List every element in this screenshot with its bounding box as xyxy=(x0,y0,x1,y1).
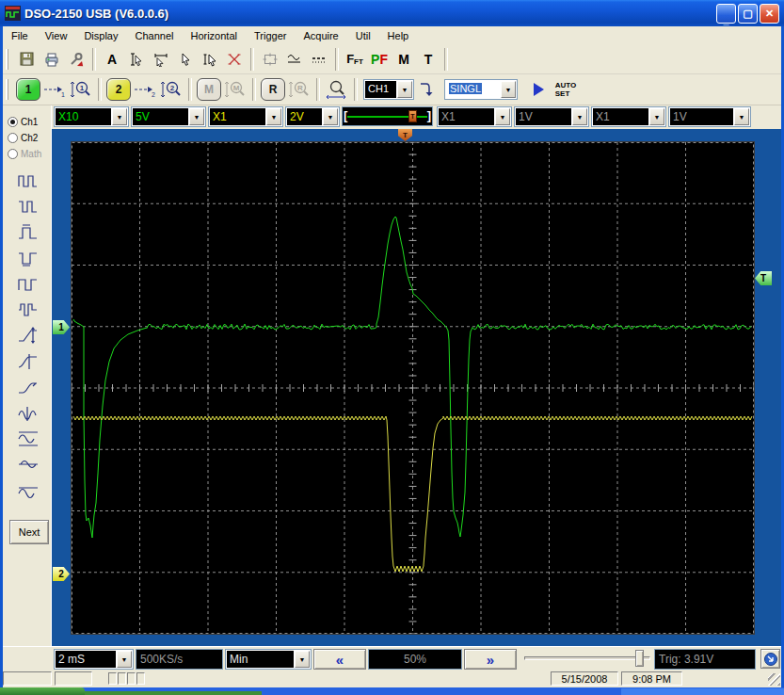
measure-neg-pulse-button[interactable] xyxy=(14,247,42,269)
trigger-position-slider[interactable]: [ ] T xyxy=(342,106,433,126)
radio-icon[interactable] xyxy=(8,117,18,127)
close-button[interactable]: ✕ xyxy=(760,4,779,24)
trigger-position-thumb[interactable]: T xyxy=(408,110,417,122)
menu-horizontal[interactable]: Horizontal xyxy=(182,28,246,43)
chevron-down-icon[interactable]: ▼ xyxy=(266,108,281,125)
scope-plot xyxy=(72,142,754,634)
measure-mean-button[interactable] xyxy=(14,453,42,476)
ch1-level-marker[interactable]: 1 xyxy=(53,320,70,334)
math-icon: M xyxy=(398,52,409,67)
text-note-button[interactable]: T xyxy=(417,47,440,72)
math-button[interactable]: M xyxy=(392,47,415,72)
trigger-horizontal-marker[interactable]: T xyxy=(398,129,412,141)
measure-burst-button[interactable] xyxy=(14,299,42,321)
ch2-vzoom-button[interactable]: 2 xyxy=(159,77,184,102)
mean-icon xyxy=(17,455,40,474)
cursor-vertical-button[interactable] xyxy=(125,47,148,72)
ch2-enable-button[interactable]: 2 xyxy=(106,78,131,101)
measure-peak-to-peak-button[interactable] xyxy=(14,428,42,450)
chevron-down-icon[interactable]: ▼ xyxy=(397,81,412,98)
horizontal-position-readout: 50% xyxy=(368,649,462,670)
position-slider-track[interactable] xyxy=(524,656,650,660)
ch2-volts-div-combo[interactable]: 2V▼ xyxy=(285,106,340,127)
timebase-combo[interactable]: 2 mS ▼ xyxy=(54,649,134,670)
run-button[interactable] xyxy=(527,77,550,102)
pass-fail-button[interactable]: PF xyxy=(368,47,391,72)
dotted-line-button[interactable] xyxy=(308,47,330,72)
measure-slew-rate-button[interactable] xyxy=(14,376,42,398)
ch2-attenuation-combo[interactable]: X1▼ xyxy=(208,106,283,127)
measure-rise-time-button[interactable] xyxy=(14,324,42,347)
print-setup-button[interactable] xyxy=(65,47,88,72)
autoset-button[interactable]: AUTOSET xyxy=(554,77,577,102)
clear-cursors-button[interactable] xyxy=(223,47,246,72)
toolbar-grip[interactable] xyxy=(6,49,10,70)
timebase-dropdown-button[interactable]: ▼ xyxy=(117,651,132,668)
radio-label: Ch2 xyxy=(21,133,38,143)
horizontal-zoom-button[interactable] xyxy=(325,77,349,102)
scroll-right-button[interactable]: » xyxy=(464,649,517,670)
channel-radio-ch2[interactable]: Ch2 xyxy=(8,131,38,144)
radio-icon[interactable] xyxy=(8,133,18,143)
measure-pulse-train-button[interactable] xyxy=(14,170,42,192)
minimize-button[interactable]: _ xyxy=(716,4,736,24)
ref-vzoom-button: R xyxy=(287,77,312,102)
toolbar-separator xyxy=(316,78,320,101)
trigger-mode-combo[interactable]: SINGL▼ xyxy=(444,79,518,100)
ch1-position-button[interactable]: 1 xyxy=(42,77,67,102)
toolbar-grip[interactable] xyxy=(6,79,10,100)
resize-grip[interactable] xyxy=(768,673,780,686)
menu-acquire[interactable]: Acquire xyxy=(295,28,346,43)
measure-duty-cycle-button[interactable] xyxy=(14,273,42,296)
menu-channel[interactable]: Channel xyxy=(126,28,182,43)
svg-text:1: 1 xyxy=(61,91,65,98)
grid-frame-button[interactable] xyxy=(259,47,281,72)
menu-trigger[interactable]: Trigger xyxy=(246,28,295,43)
measure-fall-time-button[interactable] xyxy=(14,350,42,373)
save-button[interactable] xyxy=(16,47,39,72)
ch1-vzoom-button[interactable]: 1 xyxy=(69,77,93,102)
chevron-down-icon[interactable]: ▼ xyxy=(323,108,338,125)
next-page-button[interactable]: Next xyxy=(9,520,49,544)
waveform-display-icon xyxy=(287,52,302,67)
menu-view[interactable]: View xyxy=(37,28,76,43)
menu-util[interactable]: Util xyxy=(347,28,379,43)
position-slider-thumb[interactable] xyxy=(635,650,644,667)
main-toolbar: AFFTPFMT xyxy=(3,44,781,74)
interpolation-combo[interactable]: Min ▼ xyxy=(225,649,312,670)
cursor-trace-button[interactable] xyxy=(199,47,221,72)
ch1-volts-div-combo[interactable]: 5V▼ xyxy=(131,106,206,127)
menu-display[interactable]: Display xyxy=(75,28,126,43)
ch1-enable-button[interactable]: 1 xyxy=(16,78,40,101)
ch2-position-button[interactable]: 2 xyxy=(133,77,157,102)
cursor-arrow-button[interactable] xyxy=(174,47,197,72)
menu-file[interactable]: File xyxy=(3,28,37,43)
chevron-down-icon[interactable]: ▼ xyxy=(112,108,127,125)
annotate-text-button[interactable]: A xyxy=(101,47,123,72)
trigger-slope-button[interactable] xyxy=(417,77,441,102)
chevron-down-icon[interactable]: ▼ xyxy=(189,108,204,125)
waveform-display-button[interactable] xyxy=(283,47,306,72)
ch1-attenuation-combo[interactable]: X10▼ xyxy=(54,106,129,127)
trigger-source-combo[interactable]: CH1▼ xyxy=(363,79,414,100)
measure-square-wave-button[interactable] xyxy=(14,195,42,218)
measure-amplitude-button[interactable] xyxy=(14,402,42,425)
cursor-horizontal-button[interactable] xyxy=(150,47,172,72)
ref-enable-button[interactable]: R xyxy=(261,78,285,101)
measure-pos-pulse-button[interactable] xyxy=(14,221,42,244)
ch2-attenuation-value: X1 xyxy=(210,108,265,125)
scroll-left-button[interactable]: « xyxy=(313,649,366,670)
interpolation-dropdown-button[interactable]: ▼ xyxy=(295,651,310,668)
measure-rms-button[interactable] xyxy=(14,479,42,502)
pos-pulse-icon xyxy=(17,223,40,242)
chevron-down-icon[interactable]: ▼ xyxy=(501,81,516,98)
print-button[interactable] xyxy=(40,47,63,72)
fft-button[interactable]: FFT xyxy=(344,47,366,72)
trigger-level-marker[interactable]: T xyxy=(755,271,772,285)
ch2-level-marker[interactable]: 2 xyxy=(53,567,70,581)
start-button[interactable] xyxy=(0,687,85,695)
maximize-button[interactable]: ▢ xyxy=(738,4,758,24)
collapse-panel-button[interactable] xyxy=(760,649,780,669)
channel-radio-ch1[interactable]: Ch1 xyxy=(8,115,38,128)
menu-help[interactable]: Help xyxy=(379,28,418,43)
